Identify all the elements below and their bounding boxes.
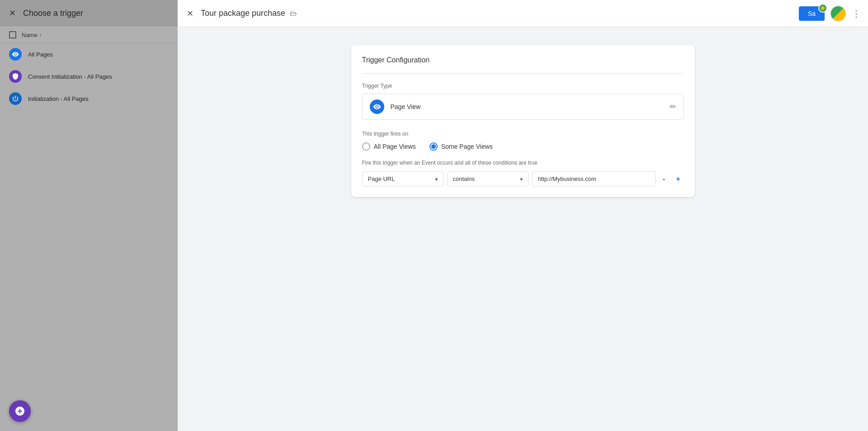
right-panel: ✕ Tour package purchase 🗁 Sa ⋮ Trigger C… (178, 0, 868, 431)
remove-condition-button[interactable]: - (659, 173, 669, 185)
trigger-type-label: Trigger Type (362, 83, 684, 89)
trigger-name-initialization: Initialization - All Pages (28, 95, 89, 102)
top-bar-close-icon[interactable]: ✕ (187, 9, 193, 19)
radio-some-page-views[interactable]: Some Page Views (429, 142, 493, 151)
condition-value-input[interactable] (532, 171, 656, 186)
radio-all-page-views[interactable]: All Page Views (362, 142, 416, 151)
top-bar: ✕ Tour package purchase 🗁 Sa ⋮ (178, 0, 868, 27)
avatar[interactable] (830, 5, 846, 22)
left-panel-title: Choose a trigger (23, 9, 83, 18)
trigger-type-icon (370, 99, 384, 114)
more-options-button[interactable]: ⋮ (852, 8, 861, 19)
trigger-icon-power (9, 92, 22, 105)
card-title: Trigger Configuration (362, 56, 684, 64)
shield-icon (12, 73, 19, 80)
trigger-item-initialization[interactable]: Initialization - All Pages (0, 88, 178, 110)
trigger-type-name: Page View (391, 103, 670, 110)
main-content: Trigger Configuration Trigger Type Page … (178, 27, 868, 431)
fires-on-label: This trigger fires on (362, 131, 684, 137)
field-select[interactable]: Page URL Page Hostname Page Path Referre… (362, 171, 443, 186)
field-select-wrapper: Page URL Page Hostname Page Path Referre… (362, 171, 443, 186)
left-panel-footer (9, 400, 31, 422)
left-panel-close-icon[interactable]: ✕ (9, 8, 16, 18)
trigger-config-card: Trigger Configuration Trigger Type Page … (351, 45, 695, 197)
radio-label-all: All Page Views (374, 143, 416, 150)
trigger-item-consent-init[interactable]: Consent Initialization - All Pages (0, 66, 178, 88)
save-indicator (818, 4, 827, 13)
folder-icon[interactable]: 🗁 (290, 9, 297, 18)
name-column-header[interactable]: Name ↑ (22, 32, 42, 38)
trigger-type-selector[interactable]: Page View ✏ (362, 94, 684, 120)
operator-select[interactable]: contains equals starts with ends with ma… (447, 171, 528, 186)
operator-select-wrapper: contains equals starts with ends with ma… (447, 171, 528, 186)
edit-icon[interactable]: ✏ (670, 102, 676, 112)
radio-label-some: Some Page Views (441, 143, 493, 150)
select-all-checkbox[interactable] (9, 31, 16, 38)
trigger-item-all-pages[interactable]: All Pages (0, 43, 178, 66)
sort-arrow-icon: ↑ (39, 32, 42, 38)
power-icon (12, 95, 19, 102)
trigger-name-consent-init: Consent Initialization - All Pages (28, 73, 112, 80)
eye-icon (12, 51, 19, 58)
fab-add-button[interactable] (9, 400, 31, 422)
save-button-wrapper: Sa (799, 6, 825, 21)
left-panel-header: ✕ Choose a trigger (0, 0, 178, 27)
save-indicator-inner (821, 6, 825, 10)
trigger-icon-eye (9, 48, 22, 61)
top-bar-actions: Sa ⋮ (799, 5, 861, 22)
radio-circle-all (362, 142, 370, 151)
radio-group: All Page Views Some Page Views (362, 142, 684, 151)
radio-circle-some (429, 142, 438, 151)
trigger-icon-shield (9, 70, 22, 83)
trigger-name-all-pages: All Pages (28, 51, 53, 58)
top-bar-title: Tour package purchase 🗁 (201, 9, 859, 18)
condition-description: Fire this trigger when an Event occurs a… (362, 160, 684, 166)
trigger-list-header: Name ↑ (0, 27, 178, 43)
page-view-icon (373, 103, 381, 111)
left-panel: ✕ Choose a trigger Name ↑ All Pages Cons… (0, 0, 178, 431)
condition-row: Page URL Page Hostname Page Path Referre… (362, 171, 684, 186)
plus-icon (14, 406, 25, 417)
add-condition-button[interactable]: + (672, 173, 684, 185)
card-divider (362, 73, 684, 74)
